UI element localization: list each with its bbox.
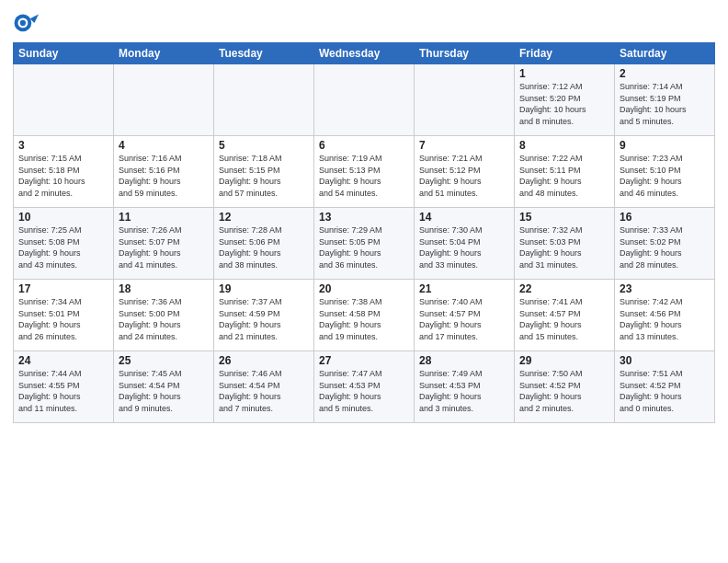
day-number: 30: [620, 354, 710, 367]
day-number: 4: [119, 139, 209, 152]
calendar-cell: 24Sunrise: 7:44 AM Sunset: 4:55 PM Dayli…: [14, 351, 114, 423]
day-number: 26: [219, 354, 309, 367]
day-info: Sunrise: 7:46 AM Sunset: 4:54 PM Dayligh…: [219, 368, 309, 414]
calendar-week-row: 1Sunrise: 7:12 AM Sunset: 5:20 PM Daylig…: [14, 64, 715, 136]
calendar-cell: [214, 64, 314, 136]
day-info: Sunrise: 7:42 AM Sunset: 4:56 PM Dayligh…: [620, 296, 710, 342]
calendar-cell: 26Sunrise: 7:46 AM Sunset: 4:54 PM Dayli…: [214, 351, 314, 423]
header-monday: Monday: [114, 43, 214, 64]
day-number: 6: [319, 139, 409, 152]
day-number: 7: [419, 139, 509, 152]
day-number: 1: [519, 67, 609, 80]
day-number: 27: [319, 354, 409, 367]
calendar-cell: 25Sunrise: 7:45 AM Sunset: 4:54 PM Dayli…: [114, 351, 214, 423]
calendar-cell: 30Sunrise: 7:51 AM Sunset: 4:52 PM Dayli…: [615, 351, 715, 423]
calendar-cell: 7Sunrise: 7:21 AM Sunset: 5:12 PM Daylig…: [415, 136, 515, 208]
calendar-cell: 8Sunrise: 7:22 AM Sunset: 5:11 PM Daylig…: [515, 136, 615, 208]
calendar-cell: 13Sunrise: 7:29 AM Sunset: 5:05 PM Dayli…: [314, 208, 415, 280]
day-number: 19: [219, 282, 309, 295]
day-info: Sunrise: 7:23 AM Sunset: 5:10 PM Dayligh…: [620, 153, 710, 199]
calendar-cell: 15Sunrise: 7:32 AM Sunset: 5:03 PM Dayli…: [515, 208, 615, 280]
calendar-header: Sunday Monday Tuesday Wednesday Thursday…: [14, 43, 715, 64]
header-friday: Friday: [515, 43, 615, 64]
calendar-cell: 28Sunrise: 7:49 AM Sunset: 4:53 PM Dayli…: [415, 351, 515, 423]
header-thursday: Thursday: [415, 43, 515, 64]
day-info: Sunrise: 7:15 AM Sunset: 5:18 PM Dayligh…: [18, 153, 108, 199]
calendar-cell: 20Sunrise: 7:38 AM Sunset: 4:58 PM Dayli…: [314, 280, 415, 351]
calendar-cell: 1Sunrise: 7:12 AM Sunset: 5:20 PM Daylig…: [515, 64, 615, 136]
day-number: 18: [119, 282, 209, 295]
day-number: 21: [419, 282, 509, 295]
day-number: 23: [620, 282, 710, 295]
day-number: 11: [119, 211, 209, 224]
calendar-table: Sunday Monday Tuesday Wednesday Thursday…: [13, 42, 715, 423]
day-info: Sunrise: 7:29 AM Sunset: 5:05 PM Dayligh…: [319, 224, 409, 270]
day-info: Sunrise: 7:18 AM Sunset: 5:15 PM Dayligh…: [219, 153, 309, 199]
day-info: Sunrise: 7:41 AM Sunset: 4:57 PM Dayligh…: [519, 296, 609, 342]
calendar-week-row: 17Sunrise: 7:34 AM Sunset: 5:01 PM Dayli…: [14, 280, 715, 351]
day-info: Sunrise: 7:49 AM Sunset: 4:53 PM Dayligh…: [419, 368, 509, 414]
calendar-cell: 12Sunrise: 7:28 AM Sunset: 5:06 PM Dayli…: [214, 208, 314, 280]
calendar-cell: 6Sunrise: 7:19 AM Sunset: 5:13 PM Daylig…: [314, 136, 415, 208]
day-info: Sunrise: 7:25 AM Sunset: 5:08 PM Dayligh…: [18, 224, 108, 270]
header: [13, 9, 715, 39]
calendar-cell: 9Sunrise: 7:23 AM Sunset: 5:10 PM Daylig…: [615, 136, 715, 208]
day-number: 13: [319, 211, 409, 224]
calendar-cell: [314, 64, 415, 136]
day-info: Sunrise: 7:44 AM Sunset: 4:55 PM Dayligh…: [18, 368, 108, 414]
day-number: 5: [219, 139, 309, 152]
day-number: 22: [519, 282, 609, 295]
weekday-header-row: Sunday Monday Tuesday Wednesday Thursday…: [14, 43, 715, 64]
day-info: Sunrise: 7:37 AM Sunset: 4:59 PM Dayligh…: [219, 296, 309, 342]
day-number: 10: [18, 211, 108, 224]
day-number: 15: [519, 211, 609, 224]
calendar-cell: [114, 64, 214, 136]
header-tuesday: Tuesday: [214, 43, 314, 64]
day-info: Sunrise: 7:47 AM Sunset: 4:53 PM Dayligh…: [319, 368, 409, 414]
day-info: Sunrise: 7:16 AM Sunset: 5:16 PM Dayligh…: [119, 153, 209, 199]
day-number: 2: [620, 67, 710, 80]
header-sunday: Sunday: [14, 43, 114, 64]
day-info: Sunrise: 7:38 AM Sunset: 4:58 PM Dayligh…: [319, 296, 409, 342]
calendar-cell: 16Sunrise: 7:33 AM Sunset: 5:02 PM Dayli…: [615, 208, 715, 280]
day-info: Sunrise: 7:26 AM Sunset: 5:07 PM Dayligh…: [119, 224, 209, 270]
day-number: 24: [18, 354, 108, 367]
logo-icon: [13, 13, 39, 39]
calendar-cell: [14, 64, 114, 136]
calendar-week-row: 24Sunrise: 7:44 AM Sunset: 4:55 PM Dayli…: [14, 351, 715, 423]
calendar-cell: 5Sunrise: 7:18 AM Sunset: 5:15 PM Daylig…: [214, 136, 314, 208]
calendar-cell: 23Sunrise: 7:42 AM Sunset: 4:56 PM Dayli…: [615, 280, 715, 351]
calendar-cell: 19Sunrise: 7:37 AM Sunset: 4:59 PM Dayli…: [214, 280, 314, 351]
day-number: 3: [18, 139, 108, 152]
day-number: 20: [319, 282, 409, 295]
day-number: 25: [119, 354, 209, 367]
day-info: Sunrise: 7:19 AM Sunset: 5:13 PM Dayligh…: [319, 153, 409, 199]
calendar-body: 1Sunrise: 7:12 AM Sunset: 5:20 PM Daylig…: [14, 64, 715, 423]
day-number: 16: [620, 211, 710, 224]
calendar-week-row: 10Sunrise: 7:25 AM Sunset: 5:08 PM Dayli…: [14, 208, 715, 280]
calendar-cell: 4Sunrise: 7:16 AM Sunset: 5:16 PM Daylig…: [114, 136, 214, 208]
day-info: Sunrise: 7:45 AM Sunset: 4:54 PM Dayligh…: [119, 368, 209, 414]
day-info: Sunrise: 7:50 AM Sunset: 4:52 PM Dayligh…: [519, 368, 609, 414]
day-number: 29: [519, 354, 609, 367]
day-info: Sunrise: 7:36 AM Sunset: 5:00 PM Dayligh…: [119, 296, 209, 342]
header-wednesday: Wednesday: [314, 43, 415, 64]
calendar-cell: 18Sunrise: 7:36 AM Sunset: 5:00 PM Dayli…: [114, 280, 214, 351]
day-info: Sunrise: 7:12 AM Sunset: 5:20 PM Dayligh…: [519, 81, 609, 127]
calendar-cell: 3Sunrise: 7:15 AM Sunset: 5:18 PM Daylig…: [14, 136, 114, 208]
calendar-cell: 17Sunrise: 7:34 AM Sunset: 5:01 PM Dayli…: [14, 280, 114, 351]
day-info: Sunrise: 7:22 AM Sunset: 5:11 PM Dayligh…: [519, 153, 609, 199]
day-info: Sunrise: 7:32 AM Sunset: 5:03 PM Dayligh…: [519, 224, 609, 270]
calendar-cell: [415, 64, 515, 136]
day-info: Sunrise: 7:51 AM Sunset: 4:52 PM Dayligh…: [620, 368, 710, 414]
day-info: Sunrise: 7:14 AM Sunset: 5:19 PM Dayligh…: [620, 81, 710, 127]
calendar-cell: 21Sunrise: 7:40 AM Sunset: 4:57 PM Dayli…: [415, 280, 515, 351]
day-info: Sunrise: 7:30 AM Sunset: 5:04 PM Dayligh…: [419, 224, 509, 270]
calendar-cell: 29Sunrise: 7:50 AM Sunset: 4:52 PM Dayli…: [515, 351, 615, 423]
day-info: Sunrise: 7:33 AM Sunset: 5:02 PM Dayligh…: [620, 224, 710, 270]
calendar-cell: 27Sunrise: 7:47 AM Sunset: 4:53 PM Dayli…: [314, 351, 415, 423]
calendar-cell: 22Sunrise: 7:41 AM Sunset: 4:57 PM Dayli…: [515, 280, 615, 351]
day-number: 28: [419, 354, 509, 367]
calendar-cell: 14Sunrise: 7:30 AM Sunset: 5:04 PM Dayli…: [415, 208, 515, 280]
day-number: 9: [620, 139, 710, 152]
